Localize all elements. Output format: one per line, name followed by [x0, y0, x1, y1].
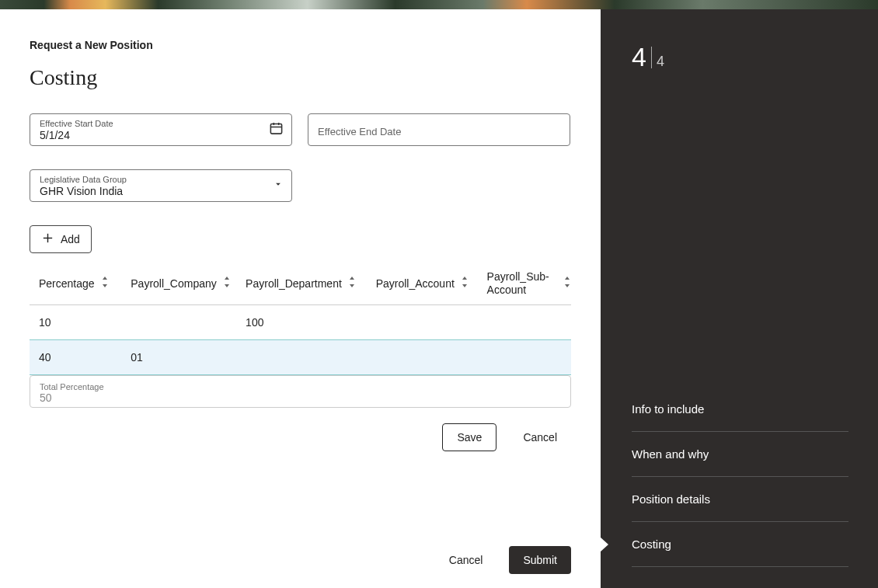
- plus-icon: [41, 231, 54, 247]
- cell-company: 01: [131, 351, 246, 364]
- effective-end-date-label: Effective End Date: [318, 126, 560, 137]
- save-button[interactable]: Save: [442, 423, 496, 451]
- col-company[interactable]: Payroll_Company: [131, 270, 246, 297]
- main-content: Request a New Position Costing Effective…: [0, 9, 601, 588]
- col-account[interactable]: Payroll_Account: [376, 270, 487, 297]
- nav-list: Info to include When and why Position de…: [632, 387, 848, 567]
- cell-account: [376, 351, 487, 364]
- decorative-top-bar: [0, 0, 878, 9]
- page-cancel-button[interactable]: Cancel: [435, 546, 497, 574]
- chevron-down-icon[interactable]: [273, 179, 284, 193]
- sort-icon: [461, 277, 469, 290]
- col-department[interactable]: Payroll_Department: [246, 270, 376, 297]
- cell-percentage: 10: [39, 316, 131, 329]
- table-header: Percentage Payroll_Company Payroll_Depar…: [30, 264, 571, 305]
- cell-percentage: 40: [39, 351, 131, 364]
- sort-icon: [563, 277, 571, 291]
- ldg-label: Legislative Data Group: [40, 176, 282, 184]
- step-counter: 4 4: [632, 42, 664, 72]
- table-row[interactable]: 10 100: [30, 305, 571, 339]
- cell-account: [376, 316, 487, 329]
- sort-icon: [101, 277, 109, 290]
- col-percentage[interactable]: Percentage: [39, 270, 131, 297]
- cell-department: [246, 351, 376, 364]
- svg-rect-0: [270, 124, 281, 134]
- cell-sub-account: [487, 351, 571, 364]
- effective-start-date-label: Effective Start Date: [40, 120, 282, 128]
- total-label: Total Percentage: [40, 382, 561, 391]
- sort-icon: [348, 277, 356, 290]
- table-row[interactable]: 40 01: [30, 339, 571, 375]
- col-company-label: Payroll_Company: [131, 277, 217, 290]
- step-total: 4: [657, 54, 664, 70]
- total-value: 50: [40, 391, 561, 404]
- add-label: Add: [61, 233, 80, 245]
- section-cancel-button[interactable]: Cancel: [509, 423, 571, 451]
- sort-icon: [223, 277, 231, 290]
- breadcrumb: Request a New Position: [30, 39, 601, 51]
- effective-end-date-field[interactable]: Effective End Date: [308, 113, 570, 146]
- effective-start-date-field[interactable]: Effective Start Date 5/1/24: [30, 113, 292, 146]
- nav-info-to-include[interactable]: Info to include: [632, 387, 848, 432]
- nav-costing[interactable]: Costing: [632, 522, 848, 567]
- col-department-label: Payroll_Department: [246, 277, 342, 290]
- effective-start-date-value: 5/1/24: [40, 128, 282, 142]
- add-button[interactable]: Add: [30, 225, 92, 253]
- submit-button[interactable]: Submit: [509, 546, 571, 574]
- col-percentage-label: Percentage: [39, 277, 95, 290]
- col-sub-account-label: Payroll_Sub-Account: [487, 270, 557, 297]
- col-account-label: Payroll_Account: [376, 277, 455, 290]
- col-sub-account[interactable]: Payroll_Sub-Account: [487, 270, 571, 297]
- cell-sub-account: [487, 316, 571, 329]
- costing-table: Percentage Payroll_Company Payroll_Depar…: [30, 264, 571, 375]
- total-percentage-field: Total Percentage 50: [30, 375, 571, 408]
- step-current: 4: [632, 42, 646, 72]
- cell-department: 100: [246, 316, 376, 329]
- page-title: Costing: [30, 65, 601, 90]
- nav-when-and-why[interactable]: When and why: [632, 432, 848, 477]
- sidebar: 4 4 Info to include When and why Positio…: [601, 9, 878, 588]
- cell-company: [131, 316, 246, 329]
- legislative-data-group-field[interactable]: Legislative Data Group GHR Vision India: [30, 169, 292, 202]
- calendar-icon[interactable]: [269, 121, 284, 139]
- nav-position-details[interactable]: Position details: [632, 477, 848, 522]
- ldg-value: GHR Vision India: [40, 184, 282, 198]
- step-separator: [651, 47, 652, 68]
